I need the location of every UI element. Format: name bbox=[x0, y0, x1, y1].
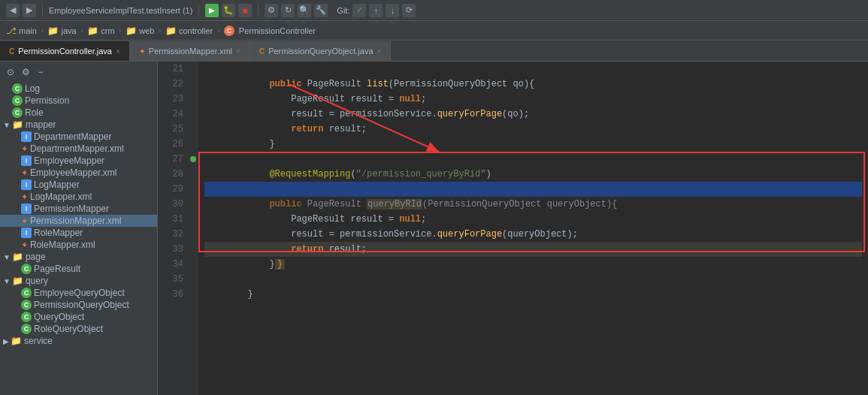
sidebar-item-permission-mapper[interactable]: I PermissionMapper bbox=[0, 203, 157, 215]
tab-close-3[interactable]: × bbox=[377, 47, 382, 56]
git-checkmark-button[interactable]: ✓ bbox=[352, 4, 366, 17]
forward-button[interactable]: ▶ bbox=[23, 4, 36, 17]
code-editor[interactable]: 21 22 23 24 25 26 27 28 29 30 31 32 33 3… bbox=[158, 62, 868, 395]
sidebar-item-role-mapper[interactable]: I RoleMapper bbox=[0, 227, 157, 239]
tools-button[interactable]: 🔧 bbox=[314, 4, 328, 17]
folder-icon-2: 📁 bbox=[87, 26, 98, 36]
sidebar-item-permission-query[interactable]: C PermissionQueryObject bbox=[0, 299, 157, 311]
expand-arrow-mapper: ▼ bbox=[3, 121, 11, 129]
test-label: EmployeeServiceImplTest.testInsert (1) bbox=[49, 6, 192, 15]
git-history-button[interactable]: ⟳ bbox=[402, 4, 416, 17]
sidebar-item-employee-mapper-xml[interactable]: ✦ EmployeeMapper.xml bbox=[0, 167, 157, 179]
sidebar-item-permission[interactable]: C Permission bbox=[0, 95, 157, 107]
sidebar-item-log-mapper[interactable]: I LogMapper bbox=[0, 179, 157, 191]
sidebar-item-query-folder[interactable]: ▼ 📁 query bbox=[0, 275, 157, 287]
class-icon-query-obj: C bbox=[21, 312, 32, 322]
code-line-33: }} bbox=[204, 242, 862, 257]
breakpoint-27[interactable] bbox=[190, 156, 196, 162]
interface-icon-role-mapper: I bbox=[21, 228, 32, 238]
sidebar-item-dept-mapper-xml[interactable]: ✦ DepartmentMapper.xml bbox=[0, 143, 157, 155]
sidebar-item-role[interactable]: C Role bbox=[0, 107, 157, 119]
top-toolbar: ◀ ▶ EmployeeServiceImplTest.testInsert (… bbox=[0, 0, 868, 21]
settings-button[interactable]: ⚙ bbox=[265, 4, 278, 17]
git-up-button[interactable]: ↑ bbox=[369, 4, 383, 17]
sidebar-item-employee-query[interactable]: C EmployeeQueryObject bbox=[0, 287, 157, 299]
code-line-31: result = permissionService.queryForPage(… bbox=[204, 212, 862, 227]
breadcrumb-crm[interactable]: 📁 crm bbox=[87, 26, 114, 36]
breadcrumb-java[interactable]: 📁 java bbox=[47, 26, 76, 36]
sidebar-collapse-button[interactable]: ⊙ bbox=[5, 66, 17, 78]
code-area[interactable]: public PageResult list(PermissionQueryOb… bbox=[198, 62, 868, 395]
tab-close-2[interactable]: × bbox=[236, 47, 240, 56]
branch-icon: ⎇ bbox=[6, 26, 17, 36]
tab-permission-mapper-xml[interactable]: ✦ PermissionMapper.xml × bbox=[130, 41, 250, 61]
sidebar-item-page-result[interactable]: C PageResult bbox=[0, 263, 157, 275]
code-line-35: } bbox=[204, 272, 862, 287]
code-line-24: return result; bbox=[204, 107, 862, 122]
run-button[interactable]: ▶ bbox=[205, 4, 219, 17]
code-line-23: result = permissionService.queryForPage(… bbox=[204, 92, 862, 107]
main-content: ⊙ ⚙ − C Log C Permission C Role ▼ 📁 mapp… bbox=[0, 62, 868, 395]
sidebar-item-log-mapper-xml[interactable]: ✦ LogMapper.xml bbox=[0, 191, 157, 203]
tab-close-1[interactable]: × bbox=[116, 47, 120, 56]
breadcrumb-controller[interactable]: 📁 controller bbox=[165, 26, 213, 36]
code-line-27: @RequestMapping("/permission_queryByRid"… bbox=[204, 152, 862, 167]
class-icon-role: C bbox=[12, 107, 23, 118]
xml-icon-log: ✦ bbox=[21, 192, 28, 202]
interface-icon-dept-mapper: I bbox=[21, 131, 32, 142]
sidebar-item-log[interactable]: C Log bbox=[0, 83, 157, 95]
expand-arrow-page: ▼ bbox=[3, 253, 11, 261]
sidebar-minus-button[interactable]: − bbox=[35, 66, 47, 78]
tab-java-icon-1: C bbox=[9, 47, 14, 56]
stop-button[interactable]: ■ bbox=[238, 4, 252, 17]
class-icon-permission: C bbox=[12, 95, 23, 106]
breadcrumb: ⎇ main › 📁 java › 📁 crm › 📁 web › 📁 cont… bbox=[0, 21, 868, 41]
breadcrumb-main[interactable]: ⎇ main bbox=[6, 26, 37, 36]
sidebar-item-permission-mapper-xml[interactable]: ✦ PermissionMapper.xml bbox=[0, 215, 157, 227]
class-icon: C bbox=[224, 26, 234, 36]
interface-icon-emp-mapper: I bbox=[21, 155, 32, 166]
breadcrumb-file[interactable]: C PermissionController bbox=[224, 26, 316, 36]
code-line-29: public PageResult queryByRId(PermissionQ… bbox=[204, 182, 862, 197]
interface-icon-perm-mapper: I bbox=[21, 204, 32, 214]
breadcrumb-sep-5: › bbox=[216, 26, 221, 35]
code-line-26 bbox=[204, 137, 862, 152]
sidebar-item-role-query[interactable]: C RoleQueryObject bbox=[0, 323, 157, 335]
code-line-21: public PageResult list(PermissionQueryOb… bbox=[204, 62, 862, 77]
sidebar-settings-button[interactable]: ⚙ bbox=[20, 66, 32, 78]
sidebar-item-page-folder[interactable]: ▼ 📁 page bbox=[0, 251, 157, 263]
xml-icon-perm: ✦ bbox=[21, 216, 28, 226]
git-label: Git: bbox=[337, 6, 349, 15]
tab-label-1: PermissionController.java bbox=[18, 47, 112, 56]
tab-permission-controller[interactable]: C PermissionController.java × bbox=[0, 41, 130, 61]
folder-icon-query: 📁 bbox=[12, 276, 23, 286]
class-icon-role-query: C bbox=[21, 324, 32, 334]
breadcrumb-sep-4: › bbox=[157, 26, 162, 35]
search-button[interactable]: 🔍 bbox=[298, 4, 311, 17]
tab-label-2: PermissionMapper.xml bbox=[149, 47, 232, 56]
back-button[interactable]: ◀ bbox=[6, 4, 20, 17]
sidebar-item-service-folder[interactable]: ▶ 📁 service bbox=[0, 335, 157, 347]
expand-arrow-service: ▶ bbox=[3, 337, 9, 345]
tab-permission-query-object[interactable]: C PermissionQueryObject.java × bbox=[250, 41, 391, 61]
tab-label-3: PermissionQueryObject.java bbox=[268, 47, 373, 56]
breadcrumb-sep-1: › bbox=[40, 26, 45, 35]
interface-icon-log-mapper: I bbox=[21, 179, 32, 190]
service-label: service bbox=[24, 336, 53, 346]
separator-2 bbox=[198, 5, 199, 17]
breadcrumb-web[interactable]: 📁 web bbox=[126, 26, 154, 36]
refresh-button[interactable]: ↻ bbox=[281, 4, 295, 17]
git-down-button[interactable]: ↓ bbox=[386, 4, 399, 17]
folder-icon-1: 📁 bbox=[47, 26, 59, 36]
sidebar-item-role-mapper-xml[interactable]: ✦ RoleMapper.xml bbox=[0, 239, 157, 251]
debug-button[interactable]: 🐛 bbox=[222, 4, 235, 17]
sidebar-item-employee-mapper[interactable]: I EmployeeMapper bbox=[0, 155, 157, 167]
sidebar-item-query-object[interactable]: C QueryObject bbox=[0, 311, 157, 323]
gutter bbox=[188, 62, 198, 395]
code-line-25: } bbox=[204, 122, 862, 137]
sidebar-item-dept-mapper[interactable]: I DepartmentMapper bbox=[0, 131, 157, 143]
sidebar-item-mapper-folder[interactable]: ▼ 📁 mapper bbox=[0, 119, 157, 131]
breadcrumb-sep-3: › bbox=[118, 26, 123, 35]
folder-icon-3: 📁 bbox=[126, 26, 137, 36]
xml-icon-emp: ✦ bbox=[21, 168, 28, 178]
